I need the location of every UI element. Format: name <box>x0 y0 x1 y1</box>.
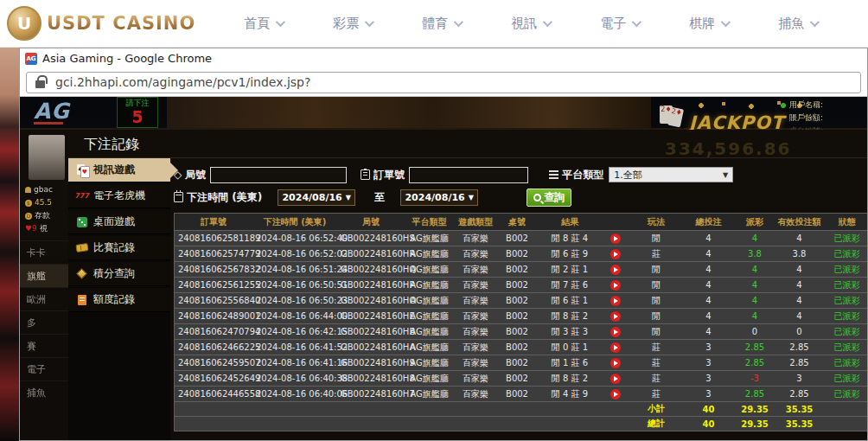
replay-cell <box>603 280 629 291</box>
play-cell: 莊 <box>629 248 684 260</box>
summary-total-bet: 40 <box>684 419 733 429</box>
status-cell: 已派彩 <box>822 233 867 245</box>
list-icon <box>549 170 558 179</box>
lobby-menu-item-0[interactable]: 卡卡 <box>20 240 68 264</box>
sidebar-item-5[interactable]: 額度記錄 <box>68 288 170 312</box>
nav-item-2[interactable]: 體育 <box>422 16 461 32</box>
document-icon <box>75 294 88 306</box>
result-cell: 閒 4 莊 9 <box>537 388 603 400</box>
total-bet-cell: 3 <box>684 358 733 368</box>
replay-cell <box>603 374 629 384</box>
result-cell: 閒 0 莊 1 <box>537 342 603 354</box>
platform-select[interactable]: 1.全部 ▼ <box>609 167 733 182</box>
cards-icon <box>75 164 88 176</box>
order-no-cell: 240816062470794 <box>175 327 252 336</box>
date-to-picker[interactable]: 2024/08/16 ▼ <box>400 189 478 206</box>
replay-play-button[interactable] <box>610 374 621 384</box>
game-type-cell: 百家樂 <box>454 326 497 338</box>
countdown-number: 5 <box>118 109 157 125</box>
lobby-menu-item-2[interactable]: 歐洲 <box>20 287 68 310</box>
status-cell: 已派彩 <box>822 310 867 323</box>
sidebar-item-4[interactable]: 積分查詢 <box>68 262 170 286</box>
valid-bet-cell: 2.85 <box>776 342 822 352</box>
dice-icon <box>75 216 88 228</box>
table-row: 2408160624465582024-08-16 06:40:06GB0022… <box>175 386 867 401</box>
lobby-menu-item-5[interactable]: 電子 <box>20 357 68 380</box>
replay-cell <box>603 296 629 306</box>
summary-valid-bet: 35.35 <box>776 405 822 414</box>
sidebar-item-2[interactable]: 桌面遊戲 <box>68 210 170 234</box>
lobby-menu-item-6[interactable]: 捕魚 <box>20 380 68 404</box>
round-no-cell: GB002248160H9 <box>337 358 405 368</box>
nav-item-3[interactable]: 視訊 <box>511 16 550 32</box>
replay-cell <box>603 233 629 244</box>
sidebar-item-1[interactable]: 777電子老虎機 <box>68 184 170 208</box>
replay-play-button[interactable] <box>610 327 621 337</box>
nav-item-5[interactable]: 棋牌 <box>689 16 728 32</box>
table-no-cell: B002 <box>497 265 537 274</box>
status-cell: 已派彩 <box>822 279 867 291</box>
replay-play-button[interactable] <box>610 358 621 368</box>
total-bet-cell: 4 <box>684 311 733 321</box>
nav-item-1[interactable]: 彩票 <box>333 16 372 32</box>
replay-play-button[interactable] <box>610 389 621 399</box>
browser-window: AG Asia Gaming - Google Chrome gci.2hhap… <box>19 48 868 441</box>
nav-item-4[interactable]: 電子 <box>600 16 639 32</box>
search-button[interactable]: 查詢 <box>527 189 571 207</box>
site-logo[interactable]: U USDT CASINO <box>7 6 195 41</box>
sidebar-item-0[interactable]: 視訊遊戲 <box>68 158 170 182</box>
valid-bet-cell: 4 <box>776 265 822 274</box>
date-from-picker[interactable]: 2024/08/16 ▼ <box>278 189 355 206</box>
nav-item-6[interactable]: 捕魚 <box>778 16 817 32</box>
address-bar[interactable]: gci.2hhapi.com/agingame/pcv1/index.jsp? <box>26 72 861 93</box>
summary-total-bet: 40 <box>684 405 733 414</box>
replay-play-button[interactable] <box>610 280 621 291</box>
bet-countdown-box: 請下注 5 <box>117 97 158 128</box>
replay-play-button[interactable] <box>610 265 621 275</box>
round-input[interactable] <box>210 167 347 183</box>
valid-bet-cell: 2.85 <box>776 358 822 368</box>
lobby-menu-item-4[interactable]: 賽 <box>20 334 68 357</box>
play-cell: 莊 <box>629 388 684 400</box>
play-cell: 閒 <box>629 233 684 245</box>
play-cell: 閒 <box>629 295 684 307</box>
status-cell: 已派彩 <box>822 264 867 276</box>
table-no-cell: B002 <box>497 233 537 243</box>
order-input[interactable] <box>409 167 528 183</box>
deposit-button[interactable]: D 存款 <box>20 209 68 222</box>
sidebar-item-label: 視訊遊戲 <box>93 163 135 177</box>
nav-menu: 首頁彩票體育視訊電子棋牌捕魚 <box>244 16 817 32</box>
bet-time-cell: 2024-08-16 06:50:51 <box>252 280 337 290</box>
browser-titlebar[interactable]: AG Asia Gaming - Google Chrome <box>20 48 867 68</box>
lobby-menu-item-3[interactable]: 多 <box>20 310 68 334</box>
replay-play-button[interactable] <box>610 342 621 353</box>
search-icon <box>533 194 541 201</box>
game-type-cell: 百家樂 <box>454 388 497 400</box>
table-no-cell: B002 <box>497 311 537 321</box>
video-menu[interactable]: ♥9 視 <box>20 222 68 235</box>
game-type-cell: 百家樂 <box>454 295 497 307</box>
table-row: 2408160625612552024-08-16 06:50:51GB0022… <box>175 277 867 292</box>
chevron-down-icon <box>454 17 463 27</box>
sidebar-item-label: 電子老虎機 <box>93 189 145 203</box>
bet-time-cell: 2024-08-16 06:40:38 <box>252 374 337 383</box>
sidebar-item-3[interactable]: 比賽記錄 <box>68 236 170 260</box>
platform-cell: AG旗艦廳 <box>405 279 454 291</box>
column-header: 下注時間 (美東) <box>252 216 337 228</box>
modal-title: 下注記錄 <box>68 130 867 158</box>
logo-emblem-icon: U <box>7 6 41 41</box>
table-no-cell: B002 <box>497 358 537 368</box>
replay-play-button[interactable] <box>610 296 621 306</box>
column-header: 玩法 <box>629 216 684 228</box>
replay-play-button[interactable] <box>610 233 621 244</box>
nav-item-label: 棋牌 <box>689 16 715 32</box>
modal-content: ◇ 局號 訂單號 平台類型 1.全部 ▼ <box>170 158 867 440</box>
bet-time-cell: 2024-08-16 06:42:15 <box>252 327 337 336</box>
replay-play-button[interactable] <box>610 249 621 259</box>
nav-item-0[interactable]: 首頁 <box>244 16 283 32</box>
lobby-menu-item-1[interactable]: 旗艦 <box>20 264 68 287</box>
replay-play-button[interactable] <box>610 311 621 322</box>
replay-cell <box>603 249 629 259</box>
chevron-down-icon <box>365 17 374 27</box>
result-cell: 閒 8 莊 4 <box>537 233 603 245</box>
